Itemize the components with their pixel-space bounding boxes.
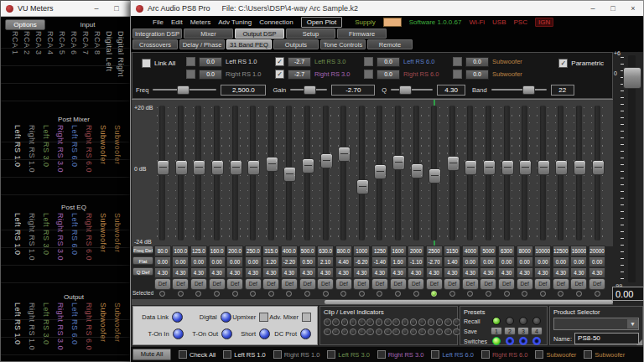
eq-band-slider[interactable]	[353, 106, 371, 240]
band-q-cell[interactable]: 4.30	[245, 267, 262, 278]
band-default-button[interactable]: Def	[534, 278, 551, 290]
band-frequency-cell[interactable]: 160.0	[209, 246, 226, 256]
eq-band-handle[interactable]	[574, 160, 586, 175]
band-frequency-cell[interactable]: 3150	[444, 246, 460, 256]
eq-band-handle[interactable]	[338, 147, 351, 162]
channel-enable-checkbox[interactable]: ✓	[275, 70, 284, 79]
band-select-radio[interactable]	[540, 291, 546, 297]
band-q-cell[interactable]: 4.30	[299, 267, 316, 278]
tab-output-dsp[interactable]: Output DSP	[235, 28, 284, 39]
band-q-cell[interactable]: 4.30	[335, 267, 352, 278]
band-default-button[interactable]: Def	[209, 278, 226, 290]
band-default-button[interactable]: Def	[172, 278, 189, 290]
tab-mixer[interactable]: Mixer	[184, 28, 233, 39]
band-q-cell[interactable]: 4.30	[262, 267, 279, 278]
mute-checkbox[interactable]	[535, 350, 543, 359]
preset-switch-led[interactable]	[532, 337, 541, 345]
band-default-button[interactable]: Def	[498, 278, 515, 290]
band-gain-cell[interactable]: 0.00	[534, 256, 551, 267]
band-gain-cell[interactable]: 0.00	[172, 256, 189, 267]
eq-band-handle[interactable]	[483, 160, 496, 175]
tab-integration-dsp[interactable]: Integration DSP	[132, 28, 182, 39]
band-default-button[interactable]: Def	[570, 278, 587, 290]
product-name-field[interactable]: PS8-50	[574, 333, 639, 344]
mute-checkbox[interactable]	[584, 350, 592, 359]
band-select-radio[interactable]	[232, 291, 238, 297]
band-select-radio[interactable]	[340, 291, 346, 297]
window-resize-grip[interactable]	[636, 339, 642, 345]
eq-band-handle[interactable]	[211, 160, 224, 175]
band-q-cell[interactable]: 4.30	[390, 267, 407, 278]
chevron-down-icon[interactable]: ▼	[627, 319, 638, 328]
eq-band-handle[interactable]	[320, 153, 333, 168]
eq-band-slider[interactable]	[497, 106, 516, 240]
band-default-button[interactable]: Def	[317, 278, 334, 290]
eq-band-slider[interactable]	[425, 106, 444, 240]
eq-band-handle[interactable]	[501, 160, 514, 175]
mute-checkbox[interactable]	[377, 350, 386, 359]
mute-checkbox[interactable]	[223, 350, 231, 359]
preset-switch-led[interactable]	[492, 337, 501, 345]
maximize-button[interactable]: □	[603, 1, 623, 16]
mute-checkbox[interactable]	[179, 350, 187, 359]
master-level-slider[interactable]: +6 0 -99	[614, 52, 644, 286]
mute-check-right-rs-3-0[interactable]: Right RS 3.0	[377, 350, 424, 359]
band-frequency-cell[interactable]: 16000	[570, 246, 587, 256]
freq-slider-handle[interactable]	[177, 85, 190, 95]
channel-band-gain-value[interactable]: 0.0	[377, 70, 400, 80]
eq-band-slider[interactable]	[316, 106, 335, 240]
band-q-cell[interactable]: 4.30	[589, 267, 605, 278]
band-select-radio[interactable]	[395, 291, 401, 297]
band-frequency-cell[interactable]: 630.0	[317, 246, 334, 256]
menu-connection[interactable]: Connection	[259, 18, 293, 26]
eq-band-slider[interactable]	[570, 106, 589, 240]
tab-setup[interactable]: Setup	[286, 28, 335, 39]
band-frequency-cell[interactable]: 12500	[553, 246, 569, 256]
vu-minimize-button[interactable]: –	[86, 1, 106, 16]
band-default-button[interactable]: Def	[299, 278, 316, 290]
band-default-button[interactable]: Def	[462, 278, 479, 290]
band-select-radio[interactable]	[323, 291, 329, 297]
eq-band-slider[interactable]	[444, 106, 462, 240]
band-default-button[interactable]: Def	[553, 278, 569, 290]
band-default-button[interactable]: Def	[245, 278, 262, 290]
band-q-cell[interactable]: 4.30	[353, 267, 370, 278]
eq-band-slider[interactable]	[299, 106, 317, 240]
gain-slider-handle[interactable]	[304, 85, 316, 95]
tab-delay-phase[interactable]: Delay / Phase	[179, 39, 225, 49]
band-frequency-cell[interactable]: 10000	[534, 246, 551, 256]
save-preset-button-4[interactable]: 4	[531, 327, 543, 335]
scrollbar-thumb[interactable]	[325, 300, 613, 304]
product-dropdown[interactable]: ▼	[553, 318, 639, 330]
eq-band-slider[interactable]	[588, 106, 606, 240]
band-select-radio[interactable]	[558, 291, 564, 297]
band-slider-handle[interactable]	[522, 85, 535, 95]
mute-check-left-rs-1-0[interactable]: Left RS 1.0	[223, 350, 266, 359]
flat-button[interactable]: Flat	[132, 256, 153, 265]
band-frequency-cell[interactable]: 5000	[480, 246, 496, 256]
band-select-radio[interactable]	[413, 291, 419, 297]
eq-band-handle[interactable]	[555, 160, 568, 175]
mute-check-right-rs-6-0[interactable]: Right RS 6.0	[481, 350, 528, 359]
close-button[interactable]: ×	[623, 1, 643, 16]
channel-band-gain-value[interactable]: -2.7	[288, 70, 311, 80]
band-gain-cell[interactable]: 1.40	[444, 256, 460, 267]
band-q-cell[interactable]: 4.30	[570, 267, 587, 278]
band-gain-cell[interactable]: 2.10	[317, 256, 334, 267]
band-default-button[interactable]: Def	[444, 278, 460, 290]
tab-firmware[interactable]: Firmware	[337, 28, 387, 39]
eq-band-slider[interactable]	[335, 106, 353, 240]
band-gain-cell[interactable]: -2.70	[426, 256, 443, 267]
band-select-radio[interactable]	[214, 291, 220, 297]
recall-preset-led[interactable]	[492, 317, 501, 325]
channel-band-gain-value[interactable]: 0.0	[199, 70, 222, 80]
band-frequency-cell[interactable]: 500.0	[299, 246, 316, 256]
band-select-radio[interactable]	[522, 291, 527, 297]
tab-crossovers[interactable]: Crossovers	[132, 39, 178, 49]
band-q-cell[interactable]: 4.30	[154, 267, 171, 278]
band-gain-cell[interactable]: -1.10	[408, 256, 424, 267]
eq-band-handle[interactable]	[374, 164, 387, 179]
table-horizontal-scrollbar[interactable]	[132, 299, 613, 305]
eq-band-handle[interactable]	[392, 155, 405, 170]
q-value[interactable]: 4.30	[437, 85, 465, 96]
